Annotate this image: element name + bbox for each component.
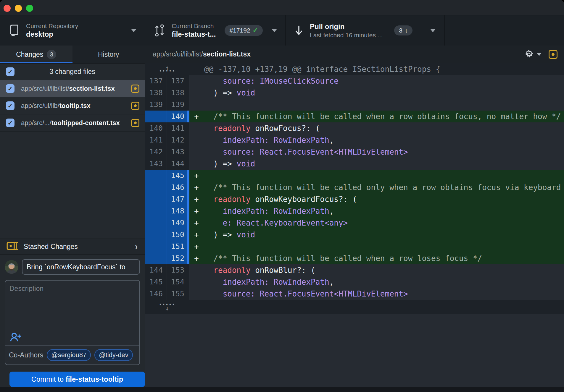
tab-history[interactable]: History [72, 46, 145, 64]
diff-line[interactable]: 139139 [145, 99, 564, 111]
diff-line-gutter[interactable]: 140141 [145, 122, 189, 134]
close-window-button[interactable] [4, 5, 11, 12]
pull-origin-title: Pull origin [310, 22, 383, 31]
diff-line[interactable]: 145154 indexPath: RowIndexPath, [145, 276, 564, 288]
maximize-window-button[interactable] [26, 5, 33, 12]
diff-line-gutter[interactable]: 143144 [145, 158, 189, 170]
diff-line-gutter[interactable]: 150 [145, 229, 189, 241]
diff-line[interactable]: 145+ [145, 170, 564, 182]
diff-line-gutter[interactable]: 151 [145, 241, 189, 252]
file-checkbox[interactable]: ✓ [6, 119, 14, 127]
pull-origin-button[interactable]: Pull origin Last fetched 16 minutes ... … [286, 15, 421, 46]
diff-line-code: + indexPath: RowIndexPath, [189, 205, 564, 217]
diff-line-gutter[interactable]: 140 [145, 111, 189, 122]
diff-line[interactable]: 140+ /** This function will be called wh… [145, 111, 564, 122]
diff-options-chevron-icon[interactable] [537, 53, 542, 56]
stashed-changes-row[interactable]: Stashed Changes › [0, 239, 145, 255]
diff-line[interactable]: 152+ /** This function will be called wh… [145, 252, 564, 264]
diff-line[interactable]: 137137 source: IMouseClickSource [145, 75, 564, 87]
diff-line-gutter[interactable]: 145154 [145, 276, 189, 288]
diff-line-code: source: React.FocusEvent<HTMLDivElement> [189, 288, 564, 300]
file-checkbox[interactable]: ✓ [6, 101, 14, 110]
dotted-line-icon: ••••• [159, 70, 175, 73]
diff-line[interactable]: 150+ ) => void [145, 229, 564, 241]
diff-line-gutter[interactable]: 138138 [145, 87, 189, 99]
pull-arrow-icon [294, 25, 303, 36]
changes-history-tabs: Changes 3 History [0, 46, 145, 64]
current-branch-label: Current Branch [172, 22, 216, 30]
diff-line[interactable]: 142143 source: React.FocusEvent<HTMLDivE… [145, 146, 564, 158]
diff-line[interactable]: 147+ readonly onRowKeyboardFocus?: ( [145, 193, 564, 205]
commit-description-input[interactable] [5, 281, 139, 330]
current-branch-button[interactable]: Current Branch file-status-t... #17192 ✓ [145, 15, 286, 46]
coauthors-row: Co-Authors @sergiou87@tidy-dev [5, 345, 139, 365]
commit-form: Co-Authors @sergiou87@tidy-dev Commit to… [0, 255, 145, 387]
diff-line-code: + [189, 170, 564, 182]
diff-line-gutter[interactable]: 145 [145, 170, 189, 182]
coauthor-pill[interactable]: @sergiou87 [47, 349, 91, 361]
file-row-tooltip.tsx[interactable]: ✓app/src/ui/lib/tooltip.tsx [0, 97, 145, 114]
coauthor-pill[interactable]: @tidy-dev [94, 349, 133, 361]
tab-changes[interactable]: Changes 3 [0, 46, 72, 64]
changed-files-count: 3 changed files [0, 68, 145, 76]
toolbar-spacer [445, 15, 564, 46]
file-row-tooltipped-content.tsx[interactable]: ✓app/src/.../tooltipped-content.tsx [0, 114, 145, 132]
avatar [5, 260, 18, 274]
sidebar: Changes 3 History ✓ 3 changed files ✓app… [0, 46, 145, 387]
file-row-section-list.tsx[interactable]: ✓app/src/ui/lib/list/section-list.tsx [0, 80, 145, 97]
diff-line[interactable]: 146+ /** This function will be called on… [145, 182, 564, 193]
minimize-window-button[interactable] [15, 5, 22, 12]
diff-line[interactable]: 146155 source: React.FocusEvent<HTMLDivE… [145, 288, 564, 300]
current-repository-button[interactable]: Current Repository desktop [0, 15, 145, 46]
diff-line[interactable]: 140141 readonly onRowFocus?: ( [145, 122, 564, 134]
toolbar: Current Repository desktop Current Branc… [0, 15, 564, 46]
changed-files-list: ✓app/src/ui/lib/list/section-list.tsx✓ap… [0, 80, 145, 132]
stash-icon [6, 241, 18, 252]
diff-line-code: source: IMouseClickSource [189, 75, 564, 87]
expand-hunk-up-button[interactable]: ↑ ••••• [145, 63, 189, 75]
file-checkbox[interactable]: ✓ [6, 84, 14, 93]
arrow-down-icon: ↓ [405, 27, 408, 34]
diff-line-gutter[interactable]: 139139 [145, 99, 189, 111]
diff-line-gutter[interactable]: 142143 [145, 146, 189, 158]
diff-line-gutter[interactable]: 144153 [145, 264, 189, 276]
commit-button[interactable]: Commit to file-status-tooltip [9, 372, 145, 387]
diff-line-code: + ) => void [189, 229, 564, 241]
diff-line-gutter[interactable]: 149 [145, 217, 189, 229]
diff-line[interactable]: 143144 ) => void [145, 158, 564, 170]
modified-status-icon [131, 119, 139, 127]
diff-line-code: + readonly onRowKeyboardFocus?: ( [189, 193, 564, 205]
diff-line[interactable]: 151+ [145, 241, 564, 252]
commit-summary-input[interactable] [22, 259, 140, 275]
diff-line[interactable]: 144153 readonly onRowBlur?: ( [145, 264, 564, 276]
diff-line[interactable]: 148+ indexPath: RowIndexPath, [145, 205, 564, 217]
diff-empty-area [145, 314, 564, 387]
diff-line-gutter[interactable]: 148 [145, 205, 189, 217]
pr-status-badge[interactable]: #17192 ✓ [225, 25, 263, 36]
diff-line-gutter[interactable]: 146 [145, 182, 189, 193]
app-window: Current Repository desktop Current Branc… [0, 0, 564, 392]
diff-line[interactable]: 141142 indexPath: RowIndexPath, [145, 134, 564, 146]
modified-status-icon [131, 102, 139, 110]
diff-line[interactable]: 149+ e: React.KeyboardEvent<any> [145, 217, 564, 229]
chevron-down-icon [131, 29, 136, 32]
diff-line-gutter[interactable]: 152 [145, 252, 189, 264]
gear-icon[interactable] [524, 49, 534, 59]
diff-file-header: app/src/ui/lib/list/section-list.tsx [145, 46, 564, 63]
diff-line-gutter[interactable]: 147 [145, 193, 189, 205]
expand-hunk-down-button[interactable]: ••••• ↓ [145, 300, 189, 314]
arrow-down-icon: ↓ [165, 306, 169, 310]
diff-line-code: source: React.FocusEvent<HTMLDivElement> [189, 146, 564, 158]
diff-line-code: + /** This function will be called when … [189, 111, 564, 122]
add-coauthor-button[interactable] [5, 331, 139, 345]
chevron-down-icon [430, 29, 436, 32]
modified-status-icon [549, 50, 557, 59]
diff-line-gutter[interactable]: 141142 [145, 134, 189, 146]
diff-line-gutter[interactable]: 137137 [145, 75, 189, 87]
select-all-checkbox[interactable]: ✓ [6, 67, 14, 76]
pull-options-dropdown[interactable] [421, 15, 445, 46]
diff-line-gutter[interactable]: 146155 [145, 288, 189, 300]
stashed-changes-label: Stashed Changes [24, 243, 78, 251]
diff-line-code: + /** This function will be called when … [189, 252, 564, 264]
diff-line[interactable]: 138138 ) => void [145, 87, 564, 99]
